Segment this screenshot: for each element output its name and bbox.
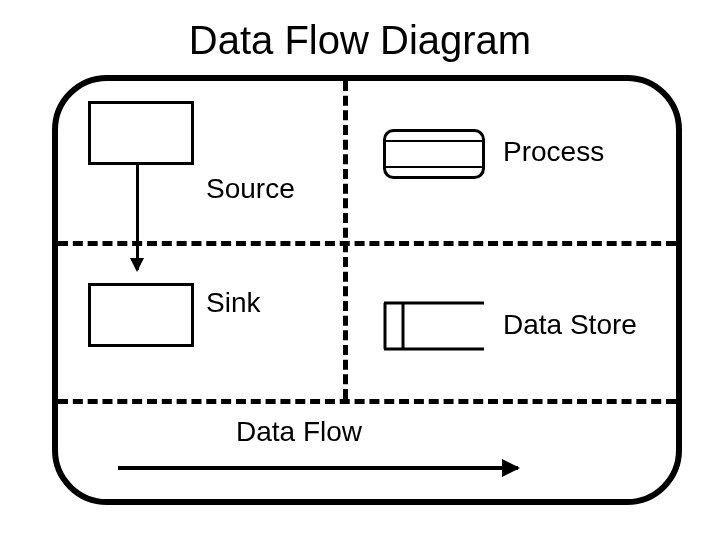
data-flow-label: Data Flow xyxy=(236,416,362,448)
process-shape xyxy=(383,129,485,179)
data-store-label: Data Store xyxy=(503,309,637,341)
arrow-source-to-sink xyxy=(136,163,139,270)
data-store-shape xyxy=(383,301,485,351)
process-label: Process xyxy=(503,136,604,168)
data-flow-arrow xyxy=(118,466,518,470)
page-title: Data Flow Diagram xyxy=(0,18,720,63)
sink-label: Sink xyxy=(206,287,260,319)
horizontal-divider-2 xyxy=(58,399,676,404)
sink-shape xyxy=(88,283,194,347)
source-shape xyxy=(88,101,194,165)
svg-rect-0 xyxy=(385,131,484,178)
horizontal-divider-1 xyxy=(58,241,676,246)
diagram-frame: Source Process Sink Data Store Data Flow xyxy=(52,75,682,505)
source-label: Source xyxy=(206,173,295,205)
vertical-divider xyxy=(343,81,348,399)
